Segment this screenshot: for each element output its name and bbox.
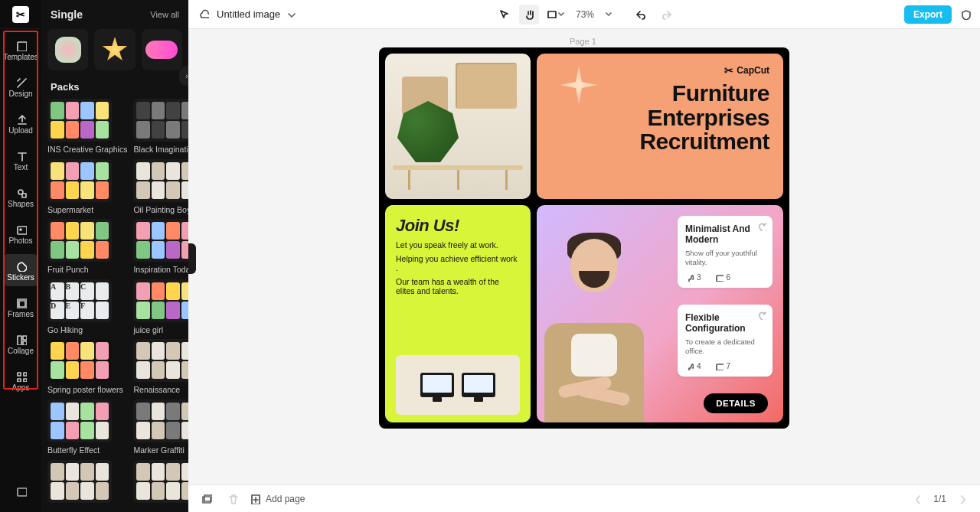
shield-icon[interactable] bbox=[959, 8, 971, 20]
hand-tool[interactable] bbox=[519, 5, 539, 24]
panel-collapse-handle[interactable] bbox=[188, 243, 196, 274]
nav-bottom-button[interactable] bbox=[3, 475, 38, 506]
svg-rect-6 bbox=[19, 301, 25, 307]
svg-rect-8 bbox=[23, 336, 27, 340]
single-thumb[interactable] bbox=[94, 29, 135, 70]
packs-title: Packs bbox=[41, 77, 188, 99]
add-page-button[interactable]: Add page bbox=[250, 493, 305, 504]
nav-label: Design bbox=[8, 90, 32, 98]
resize-icon bbox=[546, 8, 557, 20]
nav-label: Text bbox=[14, 163, 28, 171]
thumbs-up-icon bbox=[685, 273, 694, 282]
person-image bbox=[537, 225, 652, 422]
details-button[interactable]: DETAILS bbox=[704, 393, 768, 413]
collage-icon bbox=[15, 334, 27, 345]
single-thumb[interactable] bbox=[142, 29, 182, 70]
tile-photo[interactable] bbox=[385, 54, 531, 199]
pack-supermarket[interactable]: Supermarket bbox=[47, 159, 127, 215]
redo-button[interactable] bbox=[655, 5, 675, 24]
tile-headline[interactable]: ✂ CapCut Furniture Enterprises Recruitme… bbox=[537, 54, 783, 199]
pack-butterfly[interactable]: Butterfly Effect bbox=[47, 399, 127, 455]
prev-page-button bbox=[909, 491, 926, 507]
nav-label: Photos bbox=[8, 236, 32, 245]
nav-text[interactable]: Text bbox=[3, 144, 38, 176]
doc-title[interactable]: Untitled image bbox=[217, 8, 296, 20]
zoom-level[interactable]: 73% bbox=[576, 9, 594, 20]
nav-photos[interactable]: Photos bbox=[3, 217, 38, 249]
nav-label: Stickers bbox=[7, 273, 34, 282]
canvas-area[interactable]: Page 1 ✂ CapCut Furniture bbox=[188, 29, 980, 484]
left-rail: ✂ Templates Design Upload Text Shapes Ph… bbox=[0, 0, 41, 512]
topbar: Untitled image 73% Export bbox=[188, 0, 980, 29]
shapes-icon bbox=[15, 187, 27, 198]
nav-label: Apps bbox=[12, 383, 30, 392]
pack-inspiration-today[interactable]: Inspiration Today bbox=[133, 219, 188, 275]
nav-templates[interactable]: Templates bbox=[3, 34, 38, 66]
frames-icon bbox=[15, 297, 27, 308]
svg-rect-3 bbox=[18, 227, 27, 234]
artboard[interactable]: ✂ CapCut Furniture Enterprises Recruitme… bbox=[379, 47, 789, 429]
tile-join[interactable]: Join Us! Let you speak freely at work. H… bbox=[385, 205, 531, 422]
pack-more[interactable] bbox=[47, 460, 127, 503]
join-line: Our team has a wealth of the elites and … bbox=[396, 277, 520, 295]
info-card-1[interactable]: Minimalist And Modern Show off your yout… bbox=[678, 216, 773, 288]
svg-rect-10 bbox=[18, 373, 21, 376]
nav-apps[interactable]: Apps bbox=[3, 364, 38, 396]
heart-icon[interactable] bbox=[757, 311, 766, 320]
pack-marker-graffiti[interactable]: Marker Graffiti bbox=[133, 399, 188, 455]
svg-rect-17 bbox=[717, 364, 724, 370]
nav-frames[interactable]: Frames bbox=[3, 291, 38, 323]
layers-button[interactable] bbox=[198, 491, 214, 507]
info-card-2[interactable]: Flexible Configuration To create a dedic… bbox=[678, 305, 773, 377]
view-all-link[interactable]: View all bbox=[150, 10, 179, 19]
thumbs-up-icon bbox=[685, 362, 694, 370]
design-icon bbox=[15, 77, 27, 88]
pack-ins-creative[interactable]: INS Creative Graphics bbox=[47, 99, 127, 155]
export-button[interactable]: Export bbox=[904, 5, 952, 24]
join-title: Join Us! bbox=[396, 216, 520, 236]
nav-upload[interactable]: Upload bbox=[3, 107, 38, 139]
heart-icon[interactable] bbox=[757, 222, 766, 231]
undo-button[interactable] bbox=[629, 5, 649, 24]
headline-text: Furniture Enterprises Recruitment bbox=[550, 81, 769, 154]
comment-icon bbox=[715, 362, 724, 370]
pack-oil-painting-boy[interactable]: Oil Painting Boy bbox=[133, 159, 188, 215]
cursor-tool[interactable] bbox=[493, 5, 513, 24]
trash-icon bbox=[227, 493, 238, 504]
app-logo[interactable]: ✂ bbox=[0, 0, 41, 29]
cursor-icon bbox=[497, 8, 508, 20]
join-line: Let you speak freely at work. bbox=[396, 240, 520, 249]
single-next-button[interactable]: › bbox=[179, 66, 188, 86]
pack-renaissance[interactable]: Renaissance bbox=[133, 339, 188, 395]
next-page-button bbox=[954, 491, 971, 507]
pack-fruit-punch[interactable]: Fruit Punch bbox=[47, 219, 127, 275]
nav-label: Frames bbox=[8, 310, 34, 318]
nav-collage[interactable]: Collage bbox=[3, 328, 38, 360]
pack-black-imagination[interactable]: Black Imagination bbox=[133, 99, 188, 155]
comment-stat: 7 bbox=[715, 362, 731, 370]
nav-label: Shapes bbox=[8, 200, 34, 208]
chevron-left-icon bbox=[912, 493, 923, 504]
nav-stickers[interactable]: Stickers bbox=[3, 254, 38, 286]
photos-icon bbox=[15, 223, 27, 235]
svg-rect-13 bbox=[24, 379, 27, 382]
cloud-sync-icon[interactable] bbox=[198, 8, 209, 20]
nav-label: Upload bbox=[8, 126, 33, 135]
panel-header: Single View all bbox=[41, 0, 188, 29]
single-thumb[interactable] bbox=[47, 29, 88, 70]
pack-juice-girl[interactable]: juice girl bbox=[133, 279, 188, 335]
nav-shapes[interactable]: Shapes bbox=[3, 181, 38, 213]
svg-rect-9 bbox=[23, 341, 27, 345]
chevron-down-icon[interactable] bbox=[605, 11, 612, 18]
tile-cards[interactable]: Minimalist And Modern Show off your yout… bbox=[537, 205, 783, 422]
svg-rect-2 bbox=[22, 194, 26, 197]
templates-icon bbox=[15, 40, 27, 51]
pack-spring-flowers[interactable]: Spring poster flowers bbox=[47, 339, 127, 395]
pack-go-hiking[interactable]: ABC DEF Go Hiking bbox=[47, 279, 127, 335]
svg-rect-14 bbox=[18, 488, 27, 496]
nav-label: Templates bbox=[3, 53, 38, 61]
stickers-icon bbox=[15, 260, 27, 272]
resize-tool[interactable] bbox=[545, 5, 565, 24]
pack-more[interactable] bbox=[133, 460, 188, 503]
nav-design[interactable]: Design bbox=[3, 70, 38, 103]
